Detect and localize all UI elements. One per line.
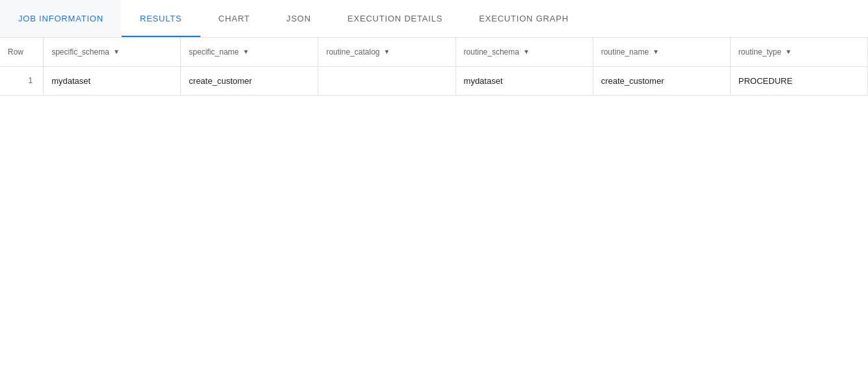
col-header-routine-catalog-label: routine_catalog: [326, 47, 379, 57]
sort-icon-specific-schema: ▼: [113, 48, 120, 55]
sort-icon-routine-name: ▼: [653, 48, 659, 55]
resize-handle-routine-schema[interactable]: [590, 38, 593, 66]
results-table: Row specific_schema ▼ specific_name ▼: [0, 38, 868, 96]
tab-chart[interactable]: CHART: [200, 0, 269, 37]
sort-icon-routine-type: ▼: [785, 48, 792, 55]
col-header-routine-schema[interactable]: routine_schema ▼: [455, 38, 593, 66]
col-header-routine-type[interactable]: routine_type ▼: [730, 38, 867, 66]
table-cell: mydataset: [455, 66, 593, 95]
col-header-routine-schema-label: routine_schema: [464, 47, 519, 57]
table-row: 1mydatasetcreate_customermydatasetcreate…: [0, 66, 868, 95]
col-header-specific-name[interactable]: specific_name ▼: [181, 38, 318, 66]
col-header-row-label: Row: [8, 47, 23, 57]
tab-results[interactable]: RESULTS: [122, 0, 200, 37]
col-header-routine-name[interactable]: routine_name ▼: [593, 38, 730, 66]
table-cell: create_customer: [181, 66, 318, 95]
col-header-specific-schema[interactable]: specific_schema ▼: [44, 38, 181, 66]
table-cell: 1: [0, 66, 44, 95]
col-header-specific-name-label: specific_name: [189, 47, 239, 57]
resize-handle-specific-name[interactable]: [315, 38, 318, 66]
table-cell: mydataset: [44, 66, 181, 95]
tab-job-information[interactable]: JOB INFORMATION: [0, 0, 122, 37]
table-cell: PROCEDURE: [730, 66, 867, 95]
resize-handle-routine-type[interactable]: [865, 38, 867, 66]
col-header-routine-catalog[interactable]: routine_catalog ▼: [318, 38, 455, 66]
table-cell: [318, 66, 455, 95]
col-header-specific-schema-label: specific_schema: [51, 47, 109, 57]
tab-execution-graph[interactable]: EXECUTION GRAPH: [461, 0, 587, 37]
sort-icon-routine-catalog: ▼: [383, 48, 390, 55]
col-header-routine-type-label: routine_type: [739, 47, 781, 57]
table-cell: create_customer: [593, 66, 730, 95]
resize-handle-routine-catalog[interactable]: [453, 38, 455, 66]
table-header-row: Row specific_schema ▼ specific_name ▼: [0, 38, 868, 66]
sort-icon-routine-schema: ▼: [523, 48, 530, 55]
tab-json[interactable]: JSON: [268, 0, 329, 37]
sort-icon-specific-name: ▼: [243, 48, 249, 55]
resize-handle-specific-schema[interactable]: [178, 38, 180, 66]
col-header-routine-name-label: routine_name: [601, 47, 649, 57]
resize-handle-routine-name[interactable]: [727, 38, 730, 66]
tabs-bar: JOB INFORMATIONRESULTSCHARTJSONEXECUTION…: [0, 0, 868, 38]
tab-execution-details[interactable]: EXECUTION DETAILS: [329, 0, 461, 37]
col-header-row: Row: [0, 38, 44, 66]
table-container: Row specific_schema ▼ specific_name ▼: [0, 38, 868, 377]
